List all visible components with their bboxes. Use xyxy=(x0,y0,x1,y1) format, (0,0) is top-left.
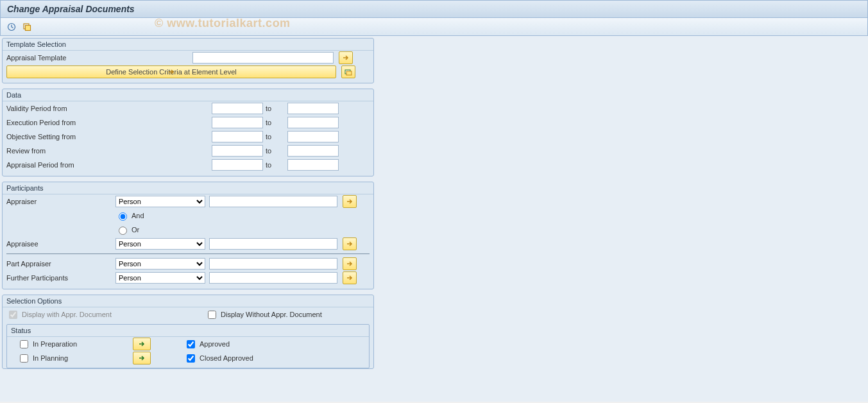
part-appraiser-type-select[interactable]: Person xyxy=(115,258,205,270)
appraisee-label: Appraisee xyxy=(6,240,115,248)
appraiser-multi-button[interactable] xyxy=(343,195,357,208)
status-right-checkbox[interactable] xyxy=(187,340,195,348)
status-left-label: In Planning xyxy=(33,354,68,362)
arrow-right-green-icon xyxy=(138,340,146,348)
define-selection-criteria-button[interactable]: Define Selection Criteria at Element Lev… xyxy=(6,65,336,78)
appraisal-template-input[interactable] xyxy=(192,52,334,64)
part-appraiser-multi-button[interactable] xyxy=(343,257,357,270)
status-right-checkbox[interactable] xyxy=(187,354,195,363)
arrow-right-green-icon xyxy=(138,354,146,362)
arrow-right-icon xyxy=(346,260,353,268)
content-area: Template Selection Appraisal Template De… xyxy=(0,36,868,402)
appraiser-type-select[interactable]: Person xyxy=(115,196,205,207)
radio-and-label: And xyxy=(132,212,144,219)
arrow-right-icon xyxy=(167,68,175,76)
selection-options-title: Selection Options xyxy=(3,295,373,307)
further-participants-input[interactable] xyxy=(209,272,337,284)
further-participants-label: Further Participants xyxy=(6,274,115,282)
participants-group: Participants Appraiser Person And Or xyxy=(2,182,374,289)
clock-execute-icon xyxy=(7,22,16,31)
stack-icon xyxy=(345,68,352,76)
arrow-right-icon xyxy=(346,198,353,205)
selection-options-group: Selection Options Display with Appr. Doc… xyxy=(2,295,374,369)
to-label: to xyxy=(266,161,285,169)
variant-icon xyxy=(22,22,31,31)
data-row: Execution Period fromto xyxy=(3,116,373,130)
define-criteria-aux-button[interactable] xyxy=(341,65,355,78)
date-to-input[interactable] xyxy=(287,145,339,157)
radio-or-label: Or xyxy=(132,226,139,234)
data-row: Validity Period fromto xyxy=(3,101,373,116)
to-label: to xyxy=(266,119,285,126)
data-row-label: Appraisal Period from xyxy=(6,161,115,169)
arrow-right-icon xyxy=(346,240,353,248)
data-row-label: Validity Period from xyxy=(6,105,115,112)
participants-divider xyxy=(6,253,370,254)
get-variant-button[interactable] xyxy=(21,21,33,33)
display-with-wrapper: Display with Appr. Document xyxy=(6,309,205,321)
date-from-input[interactable] xyxy=(212,145,263,157)
display-with-checkbox xyxy=(9,311,17,319)
data-row-label: Execution Period from xyxy=(6,119,115,126)
status-left-checkbox[interactable] xyxy=(20,340,28,348)
data-group-title: Data xyxy=(3,89,373,101)
status-row: In PreparationApproved xyxy=(7,337,369,351)
appraisal-template-label: Appraisal Template xyxy=(6,54,115,62)
radio-or[interactable] xyxy=(119,227,127,235)
appraiser-input[interactable] xyxy=(209,196,337,207)
radio-or-wrapper[interactable]: Or xyxy=(115,225,139,235)
date-from-input[interactable] xyxy=(212,131,263,142)
appraisee-input[interactable] xyxy=(209,238,337,250)
to-label: to xyxy=(266,105,285,112)
execute-button[interactable] xyxy=(6,21,17,33)
data-row: Objective Setting fromto xyxy=(3,130,373,144)
date-from-input[interactable] xyxy=(212,103,263,114)
display-without-wrapper[interactable]: Display Without Appr. Document xyxy=(205,309,322,321)
display-without-checkbox[interactable] xyxy=(208,311,216,319)
radio-and-wrapper[interactable]: And xyxy=(115,210,144,221)
data-row: Review fromto xyxy=(3,144,373,158)
arrow-right-icon xyxy=(346,274,353,282)
appraisal-template-multi-button[interactable] xyxy=(339,51,353,64)
part-appraiser-label: Part Appraiser xyxy=(6,260,115,268)
template-selection-group: Template Selection Appraisal Template De… xyxy=(2,38,374,83)
svg-rect-4 xyxy=(346,71,352,75)
appraisee-type-select[interactable]: Person xyxy=(115,238,205,250)
data-row-label: Review from xyxy=(6,147,115,155)
to-label: to xyxy=(266,133,285,141)
further-participants-multi-button[interactable] xyxy=(343,271,357,284)
date-to-input[interactable] xyxy=(287,131,339,142)
template-selection-title: Template Selection xyxy=(3,39,373,51)
status-substatus-button[interactable] xyxy=(133,352,151,364)
date-from-input[interactable] xyxy=(212,159,263,171)
status-substatus-button[interactable] xyxy=(133,338,151,350)
page-title: Change Appraisal Documents xyxy=(0,0,868,18)
svg-rect-2 xyxy=(26,25,31,30)
watermark-text: © www.tutorialkart.com xyxy=(155,17,291,30)
arrow-right-icon xyxy=(342,54,350,62)
data-row-label: Objective Setting from xyxy=(6,133,115,141)
status-row: In PlanningClosed Approved xyxy=(7,351,369,365)
toolbar: © www.tutorialkart.com xyxy=(0,18,868,36)
date-from-input[interactable] xyxy=(212,117,263,128)
radio-and[interactable] xyxy=(119,212,127,221)
status-right-label: Approved xyxy=(200,340,230,348)
appraiser-label: Appraiser xyxy=(6,198,115,205)
display-with-label: Display with Appr. Document xyxy=(22,311,112,318)
data-row: Appraisal Period fromto xyxy=(3,158,373,172)
data-group: Data Validity Period fromtoExecution Per… xyxy=(2,89,374,176)
appraisee-multi-button[interactable] xyxy=(343,237,357,250)
status-group-title: Status xyxy=(7,325,369,337)
status-left-label: In Preparation xyxy=(33,340,77,348)
participants-group-title: Participants xyxy=(3,182,373,194)
status-left-checkbox[interactable] xyxy=(20,354,28,363)
further-participants-type-select[interactable]: Person xyxy=(115,272,205,284)
status-right-label: Closed Approved xyxy=(200,354,253,362)
to-label: to xyxy=(266,147,285,155)
date-to-input[interactable] xyxy=(287,117,339,128)
date-to-input[interactable] xyxy=(287,103,339,114)
display-without-label: Display Without Appr. Document xyxy=(221,311,322,318)
date-to-input[interactable] xyxy=(287,159,339,171)
status-group: Status In PreparationApprovedIn Planning… xyxy=(6,324,370,368)
part-appraiser-input[interactable] xyxy=(209,258,337,270)
